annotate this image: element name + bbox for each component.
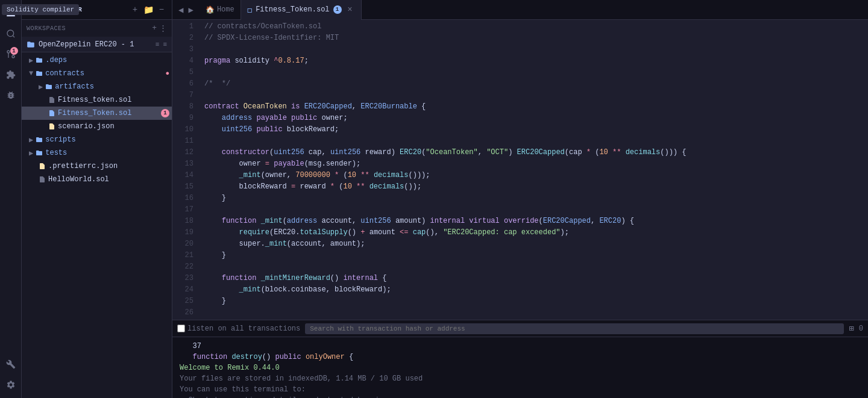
fitness-token-badge: 1 [161,109,169,117]
terminal: listen on all transactions ⊞ 0 37 functi… [172,320,868,398]
tree-item-tests[interactable]: ▶ tests [22,146,172,160]
files-icon[interactable] [2,5,19,22]
workspace-folder-icon [27,40,35,49]
tree-item-deps[interactable]: ▶ .deps [22,54,172,67]
artifacts-chevron-icon: ▶ [39,82,43,92]
git-badge: 1 [10,47,18,55]
file-tree: ▶ .deps ▼ contracts ● ▶ artifacts Fitnes… [22,52,172,398]
editor-area: 12345 678910 1112131415 1617181920 21222… [172,20,868,320]
tab-forward-icon[interactable]: ▶ [187,4,194,16]
helloworld-icon [39,176,46,183]
new-folder-icon[interactable]: 📁 [143,4,154,15]
scripts-folder-icon [36,136,43,143]
terminal-welcome: Welcome to Remix 0.44.0 [180,362,861,373]
prettierrc-icon [39,163,46,170]
deps-label: .deps [45,56,172,64]
debug-icon[interactable] [2,87,19,104]
listen-checkbox[interactable]: listen on all transactions [177,325,300,333]
tab-home[interactable]: 🏠 Home [200,0,241,20]
scenario-icon [48,123,55,130]
workspace-item[interactable]: OpenZeppelin ERC20 - 1 ≡ ≡ [22,37,172,52]
tree-item-contracts[interactable]: ▼ contracts ● [22,67,172,80]
tests-chevron-icon: ▶ [29,149,33,158]
deps-chevron-icon: ▶ [29,56,33,65]
tree-item-helloworld[interactable]: HelloWorld.sol [22,173,172,186]
tab-badge: 1 [333,5,342,14]
svg-line-1 [13,36,14,37]
listen-checkbox-input[interactable] [177,325,185,332]
git-icon[interactable]: 1 [2,46,19,63]
fitness-token-icon [48,110,55,117]
helloworld-label: HelloWorld.sol [48,175,172,184]
main-editor: ◀ ▶ 🏠 Home ◻ Fitness_Token.sol 1 × 12345… [172,0,868,398]
tests-label: tests [45,149,172,157]
tab-bar-left: ◀ ▶ [172,4,200,16]
tests-folder-icon [36,149,43,157]
svg-point-0 [7,30,14,37]
terminal-search: listen on all transactions [177,323,844,334]
home-icon: 🏠 [206,5,215,14]
prettierrc-label: .prettierrc.json [48,162,172,170]
collapse-icon[interactable]: − [156,4,167,15]
fitness-token-lower-label: Fitness_token.sol [58,96,172,104]
terminal-search-input[interactable] [305,323,844,334]
settings-icon[interactable] [2,376,19,393]
workspace-menu-icon[interactable]: ⋮ [159,23,167,33]
terminal-line-37: 37 [180,341,861,352]
terminal-body: 37 function destroy() public onlyOwner {… [172,337,868,398]
listen-label: listen on all transactions [187,325,300,333]
tree-item-scenario[interactable]: scenario.json [22,120,172,133]
icon-bar: 1 [0,0,22,398]
home-label: Home [217,5,234,14]
terminal-usage-check: - Check transactions details and start d… [180,395,861,398]
terminal-line-38: function destroy() public onlyOwner { [180,352,861,362]
workspace-dots-icon: ≡ [163,41,167,48]
tools-icon[interactable] [2,356,19,373]
workspaces-label: WORKSPACES [27,25,66,32]
svg-point-3 [7,51,10,53]
terminal-usage-intro: You can use this terminal to: [180,384,861,395]
workspace-add-icon[interactable]: + [152,23,157,33]
tree-item-prettierrc[interactable]: .prettierrc.json [22,160,172,173]
tree-item-fitness-token[interactable]: Fitness_Token.sol 1 [22,107,172,120]
tab-back-icon[interactable]: ◀ [177,4,184,16]
scripts-label: scripts [45,135,172,144]
tab-close-icon[interactable]: × [345,5,355,14]
contracts-chevron-icon: ▼ [29,69,33,78]
plugin-icon[interactable] [2,66,19,83]
icon-bar-bottom [2,356,19,398]
tab-fitness-token[interactable]: ◻ Fitness_Token.sol 1 × [241,0,362,20]
new-file-icon[interactable]: + [130,4,140,15]
fitness-token-label: Fitness_Token.sol [58,109,159,117]
workspace-section: WORKSPACES + ⋮ [22,20,172,37]
tab-file-icon: ◻ [247,5,252,15]
terminal-expand-icon[interactable]: ⊞ [849,323,854,334]
workspace-expand-icon: ≡ [156,41,160,48]
artifacts-label: artifacts [55,82,172,91]
deps-folder-icon [36,57,43,64]
terminal-storage: Your files are stored in indexedDB, 1.14… [180,373,861,384]
sidebar-header: FILE EXPLORER + 📁 − [22,0,172,20]
fitness-token-lower-icon [48,96,55,104]
terminal-count: 0 [859,325,863,333]
contracts-label: contracts [45,69,163,78]
artifacts-folder-icon [45,83,52,90]
tree-item-artifacts[interactable]: ▶ artifacts [22,80,172,93]
sidebar: FILE EXPLORER + 📁 − WORKSPACES + ⋮ OpenZ… [22,0,172,398]
tab-bar: ◀ ▶ 🏠 Home ◻ Fitness_Token.sol 1 × [172,0,868,20]
workspace-name: OpenZeppelin ERC20 - 1 [39,40,152,49]
tree-item-fitness-token-lower[interactable]: Fitness_token.sol [22,93,172,107]
sidebar-title: FILE EXPLORER [27,6,82,13]
line-numbers: 12345 678910 1112131415 1617181920 21222… [172,20,200,320]
sidebar-actions: + 📁 − [130,4,167,15]
contracts-error-icon: ● [165,70,169,77]
tab-label: Fitness_Token.sol [256,5,329,14]
svg-point-2 [12,55,14,58]
terminal-header: listen on all transactions ⊞ 0 [172,320,868,337]
workspace-actions: + ⋮ [152,23,167,33]
tree-item-scripts[interactable]: ▶ scripts [22,133,172,146]
search-icon[interactable] [2,25,19,42]
scripts-chevron-icon: ▶ [29,135,33,145]
code-content[interactable]: // contracts/OceanToken.sol // SPDX-Lice… [200,20,868,320]
contracts-folder-icon [36,70,43,77]
